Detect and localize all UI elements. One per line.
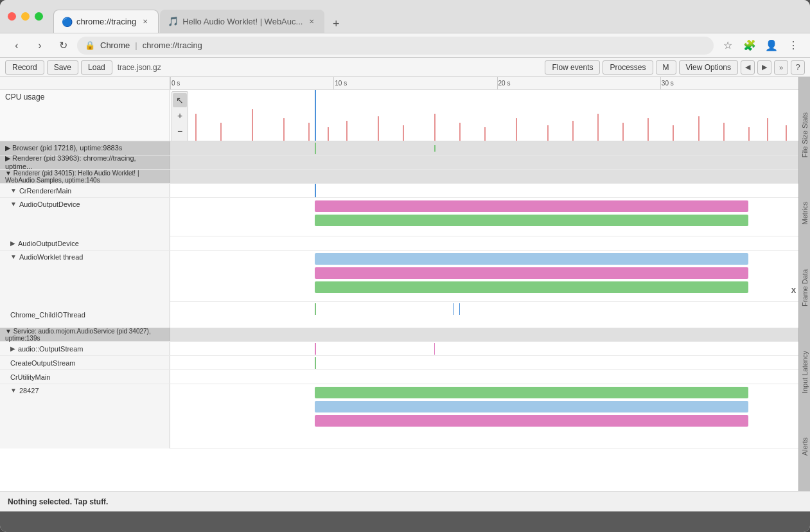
status-message: Nothing selected. Tap stuff. [8, 497, 108, 506]
address-bar[interactable]: 🔒 Chrome | chrome://tracing [77, 37, 714, 55]
cpu-spike [622, 123, 624, 141]
cpu-spike [723, 123, 725, 141]
frame-data-label[interactable]: Frame Data [800, 267, 810, 309]
renderer2-process-row[interactable]: ▼ Renderer (pid 34015): Hello Audio Work… [0, 170, 798, 184]
load-button[interactable]: Load [81, 60, 112, 75]
chrome-child-io-row: Chrome_ChildIOThread [0, 302, 798, 328]
bottom-bar [0, 511, 810, 532]
cpu-spike [434, 114, 436, 141]
metrics-label[interactable]: Metrics [800, 199, 810, 227]
timeline-ruler: 0 s10 s20 s30 s [170, 77, 798, 89]
renderer1-process-label[interactable]: ▶ Renderer (pid 33963): chrome://tracing… [0, 155, 170, 169]
ruler-label-col [0, 77, 170, 89]
address-separator: | [135, 40, 137, 50]
status-bar: Nothing selected. Tap stuff. [0, 491, 810, 511]
cpu-spike [572, 121, 574, 141]
flow-events-button[interactable]: Flow events [545, 60, 600, 75]
cpu-spike [484, 127, 486, 141]
worklet-green-bar [315, 281, 748, 293]
service-process-row[interactable]: ▼ Service: audio.mojom.AudioService (pid… [0, 328, 798, 342]
save-button[interactable]: Save [47, 60, 78, 75]
nav-left-button[interactable]: ◀ [741, 60, 755, 75]
renderer1-process-row: ▶ Renderer (pid 33963): chrome://tracing… [0, 155, 798, 170]
reload-button[interactable]: ↻ [54, 37, 72, 55]
cr-utility-main-label: CrUtilityMain [0, 370, 170, 384]
28427-data [170, 384, 798, 448]
profile-button[interactable]: 👤 [762, 37, 780, 55]
maximize-button[interactable] [35, 12, 43, 21]
nav-right-button[interactable]: ▶ [757, 60, 771, 75]
trace-panel: 0 s10 s20 s30 s CPU usage ↖ + − [0, 77, 798, 491]
nav-expand-button[interactable]: » [774, 60, 788, 75]
bookmark-button[interactable]: ☆ [719, 37, 737, 55]
cr-renderer-main-data [170, 184, 798, 197]
new-tab-button[interactable]: + [327, 15, 345, 33]
audio-output-device2-label: ▶ AudioOutputDevice [0, 236, 170, 250]
child-io-tick3 [459, 303, 460, 315]
pan-tool-button[interactable]: ↔ [173, 139, 187, 141]
cpu-spike [767, 118, 768, 141]
audio-output-stream-row: ▶ audio::OutputStream [0, 342, 798, 356]
browser-tick2 [434, 145, 436, 152]
tab-tracing[interactable]: 🔵 chrome://tracing ✕ [53, 10, 159, 33]
audio-output-green-bar [315, 215, 748, 226]
cpu-spike [748, 127, 750, 141]
audio-output-device2-row: ▶ AudioOutputDevice [0, 236, 798, 251]
28427-green-bar [315, 387, 748, 398]
tab-tracing-label: chrome://tracing [76, 17, 136, 26]
close-button[interactable] [8, 12, 16, 21]
tab-audio-close[interactable]: ✕ [306, 16, 317, 26]
tab-audio[interactable]: 🎵 Hello Audio Worklet! | WebAuc... ✕ [160, 10, 324, 33]
back-button[interactable]: ‹ [8, 37, 26, 55]
cpu-spike [195, 114, 197, 141]
service-process-close[interactable]: X [791, 287, 796, 294]
browser-tick [315, 143, 316, 154]
input-latency-label[interactable]: Input Latency [800, 348, 810, 396]
tab-audio-label: Hello Audio Worklet! | WebAuc... [182, 17, 303, 26]
trace-content[interactable]: CPU usage ↖ + − ↔ [0, 90, 798, 491]
record-button[interactable]: Record [5, 60, 44, 75]
timeline-ruler-header: 0 s10 s20 s30 s [0, 77, 798, 90]
file-size-stats-label[interactable]: File Size Stats [800, 110, 810, 160]
select-tool-button[interactable]: ↖ [173, 93, 187, 107]
renderer2-process-label[interactable]: ▼ Renderer (pid 34015): Hello Audio Work… [0, 170, 170, 183]
28427-blue-bar [315, 401, 748, 412]
audio-output-device-data [170, 198, 798, 236]
renderer1-process-data [170, 155, 798, 169]
zoom-in-tool-button[interactable]: + [173, 109, 187, 123]
audio-worklet-label: ▼ AudioWorklet thread [0, 251, 170, 302]
cpu-usage-label: CPU usage [0, 90, 170, 141]
extensions-button[interactable]: 🧩 [741, 37, 759, 55]
main-area: 0 s10 s20 s30 s CPU usage ↖ + − [0, 77, 810, 491]
28427-pink-bar [315, 415, 748, 427]
view-options-button[interactable]: View Options [679, 60, 738, 75]
tab-tracing-close[interactable]: ✕ [140, 17, 150, 27]
browser-process-label[interactable]: ▶ Browser (pid 17218), uptime:9883s X [0, 141, 170, 155]
cpu-usage-row: CPU usage ↖ + − ↔ [0, 90, 798, 141]
minimize-button[interactable] [21, 12, 30, 21]
zoom-out-tool-button[interactable]: − [173, 124, 187, 138]
audio-output-pink-bar [315, 200, 748, 212]
cr-renderer-main-label: ▼ CrRendererMain [0, 184, 170, 197]
cpu-spike [220, 123, 222, 141]
audio-output-device-track: ▼ AudioOutputDevice [0, 198, 798, 236]
browser-process-data [170, 141, 798, 155]
chrome-child-io-data [170, 302, 798, 328]
output-stream-tick2 [434, 343, 435, 355]
menu-button[interactable]: ⋮ [784, 37, 802, 55]
alerts-label[interactable]: Alerts [800, 435, 810, 458]
cpu-spike [308, 123, 310, 141]
ruler-tick: 0 s [170, 77, 180, 89]
m-button[interactable]: M [656, 60, 676, 75]
cpu-spike [403, 125, 404, 141]
audio-output-device-label: ▼ AudioOutputDevice [0, 198, 170, 236]
28427-track: ▼ 28427 [0, 384, 798, 448]
forward-button[interactable]: › [31, 37, 49, 55]
cpu-spike [459, 123, 461, 141]
address-site: Chrome [100, 40, 130, 50]
browser-process-row: ▶ Browser (pid 17218), uptime:9883s X [0, 141, 798, 155]
processes-button[interactable]: Processes [603, 60, 653, 75]
service-process-label[interactable]: ▼ Service: audio.mojom.AudioService (pid… [0, 328, 170, 341]
cpu-spike [346, 121, 348, 141]
help-button[interactable]: ? [791, 60, 805, 75]
